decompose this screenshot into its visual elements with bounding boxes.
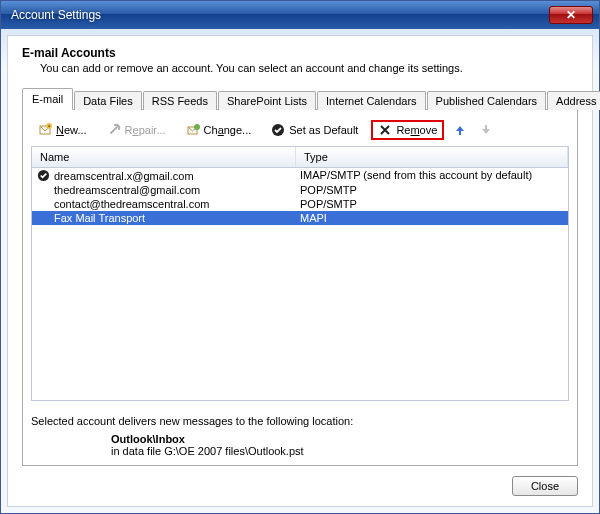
dialog-buttons: Close	[22, 476, 578, 496]
set-default-button[interactable]: Set as Default	[264, 120, 365, 140]
table-row[interactable]: contact@thedreamscentral.com POP/SMTP	[32, 197, 568, 211]
tabstrip: E-mail Data Files RSS Feeds SharePoint L…	[22, 88, 578, 110]
table-row[interactable]: thedreamscentral@gmail.com POP/SMTP	[32, 183, 568, 197]
column-type[interactable]: Type	[296, 147, 568, 167]
new-button[interactable]: ✶ NNew...ew...	[31, 120, 94, 140]
move-up-button[interactable]	[450, 120, 470, 140]
delivery-file: in data file G:\OE 2007 files\Outlook.ps…	[111, 445, 569, 457]
new-icon: ✶	[38, 123, 52, 137]
close-window-button[interactable]: ✕	[549, 6, 593, 24]
repair-button[interactable]: Repair...	[100, 120, 173, 140]
tab-rss-feeds[interactable]: RSS Feeds	[143, 91, 217, 110]
arrow-down-icon	[479, 123, 493, 137]
tab-published-calendars[interactable]: Published Calendars	[427, 91, 547, 110]
titlebar: Account Settings ✕	[1, 1, 599, 29]
account-name: Fax Mail Transport	[54, 212, 145, 224]
account-name: contact@thedreamscentral.com	[54, 198, 209, 210]
account-name: thedreamscentral@gmail.com	[54, 184, 200, 196]
check-circle-icon	[271, 123, 285, 137]
column-name[interactable]: Name	[32, 147, 296, 167]
table-row[interactable]: dreamscentral.x@gmail.com IMAP/SMTP (sen…	[32, 168, 568, 183]
account-settings-window: Account Settings ✕ E-mail Accounts You c…	[0, 0, 600, 514]
tab-address-books[interactable]: Address Books	[547, 91, 600, 110]
svg-text:✶: ✶	[47, 123, 51, 129]
account-type: IMAP/SMTP (send from this account by def…	[296, 169, 568, 182]
change-button[interactable]: Change...	[179, 120, 259, 140]
arrow-up-icon	[453, 123, 467, 137]
close-button[interactable]: Close	[512, 476, 578, 496]
move-down-button[interactable]	[476, 120, 496, 140]
table-body: dreamscentral.x@gmail.com IMAP/SMTP (sen…	[32, 168, 568, 225]
set-default-label: Set as Default	[289, 124, 358, 136]
tabpanel-email: ✶ NNew...ew... Repair...	[22, 110, 578, 466]
tab-internet-calendars[interactable]: Internet Calendars	[317, 91, 426, 110]
repair-icon	[107, 123, 121, 137]
page-subtitle: You can add or remove an account. You ca…	[40, 62, 578, 74]
remove-button[interactable]: Remove	[371, 120, 444, 140]
close-icon: ✕	[566, 8, 576, 22]
toolbar: ✶ NNew...ew... Repair...	[31, 118, 569, 146]
change-icon	[186, 123, 200, 137]
default-check-icon	[36, 169, 50, 182]
window-title: Account Settings	[11, 8, 549, 22]
content-outer: E-mail Accounts You can add or remove an…	[1, 29, 599, 513]
account-type: POP/SMTP	[296, 184, 568, 196]
table-row[interactable]: Fax Mail Transport MAPI	[32, 211, 568, 225]
tab-data-files[interactable]: Data Files	[74, 91, 142, 110]
tab-email[interactable]: E-mail	[22, 88, 73, 110]
svg-point-4	[194, 124, 200, 130]
x-icon	[378, 123, 392, 137]
content-inner: E-mail Accounts You can add or remove an…	[7, 35, 593, 507]
account-type: POP/SMTP	[296, 198, 568, 210]
table-header: Name Type	[32, 147, 568, 168]
accounts-table: Name Type dreamscentral.x@gmail.com IMAP	[31, 146, 569, 401]
delivery-location-text: Selected account delivers new messages t…	[31, 415, 569, 427]
page-title: E-mail Accounts	[22, 46, 578, 60]
account-type: MAPI	[296, 212, 568, 224]
tab-sharepoint-lists[interactable]: SharePoint Lists	[218, 91, 316, 110]
delivery-location-info: Selected account delivers new messages t…	[31, 415, 569, 457]
account-name: dreamscentral.x@gmail.com	[54, 170, 194, 182]
delivery-folder: Outlook\Inbox	[111, 433, 569, 445]
